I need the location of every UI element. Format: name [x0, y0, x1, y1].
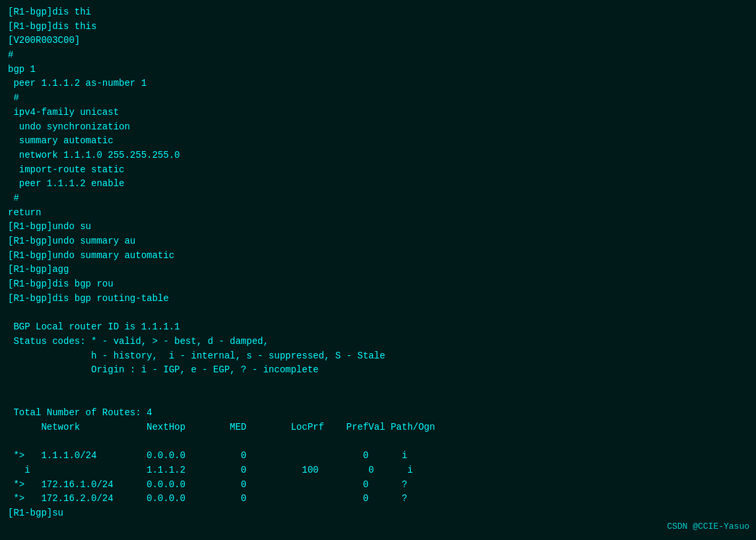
terminal-line: [R1-bgp]undo summary automatic	[8, 249, 748, 263]
terminal-line	[8, 378, 748, 392]
terminal-line: [R1-bgp]undo su	[8, 220, 748, 234]
terminal-line: ipv4-family unicast	[8, 106, 748, 120]
terminal-line: undo synchronization	[8, 120, 748, 135]
terminal-line: [R1-bgp]su	[8, 506, 748, 521]
terminal-line: #	[8, 191, 748, 206]
terminal-line: BGP Local router ID is 1.1.1.1	[8, 320, 748, 335]
terminal-line: peer 1.1.1.2 as-number 1	[8, 77, 748, 91]
terminal-line: Total Number of Routes: 4	[8, 406, 748, 421]
terminal-line: [R1-bgp]agg	[8, 263, 748, 277]
terminal-line: summary automatic	[8, 134, 748, 149]
terminal-line: return	[8, 206, 748, 220]
terminal-content: [R1-bgp]dis thi[R1-bgp]dis this[V200R003…	[8, 5, 748, 521]
terminal-line: [R1-bgp]dis thi	[8, 5, 748, 20]
terminal-line: [R1-bgp]dis bgp rou	[8, 277, 748, 292]
terminal-line: h - history, i - internal, s - suppresse…	[8, 349, 748, 364]
terminal-line	[8, 392, 748, 407]
terminal-line: #	[8, 91, 748, 106]
terminal-line	[8, 435, 748, 450]
terminal-line: import-route static	[8, 163, 748, 178]
terminal-line: #	[8, 48, 748, 63]
terminal-line: *> 172.16.1.0/24 0.0.0.0 0 0 ?	[8, 478, 748, 492]
terminal-line: Network NextHop MED LocPrf PrefVal Path/…	[8, 421, 748, 435]
terminal-line: *> 172.16.2.0/24 0.0.0.0 0 0 ?	[8, 492, 748, 506]
terminal-line: [V200R003C00]	[8, 34, 748, 48]
watermark-text: CSDN @CCIE-Yasuo	[667, 520, 749, 533]
terminal-line: Origin : i - IGP, e - EGP, ? - incomplet…	[8, 363, 748, 378]
terminal-window: [R1-bgp]dis thi[R1-bgp]dis this[V200R003…	[0, 0, 756, 540]
terminal-line: peer 1.1.1.2 enable	[8, 177, 748, 191]
terminal-line: [R1-bgp]dis bgp routing-table	[8, 292, 748, 306]
terminal-line: [R1-bgp]undo summary au	[8, 234, 748, 249]
terminal-line	[8, 306, 748, 320]
terminal-line: [R1-bgp]dis this	[8, 20, 748, 34]
terminal-line: Status codes: * - valid, > - best, d - d…	[8, 335, 748, 349]
terminal-line: i 1.1.1.2 0 100 0 i	[8, 463, 748, 478]
terminal-line: *> 1.1.1.0/24 0.0.0.0 0 0 i	[8, 449, 748, 463]
terminal-line: network 1.1.1.0 255.255.255.0	[8, 149, 748, 163]
terminal-line: bgp 1	[8, 63, 748, 77]
